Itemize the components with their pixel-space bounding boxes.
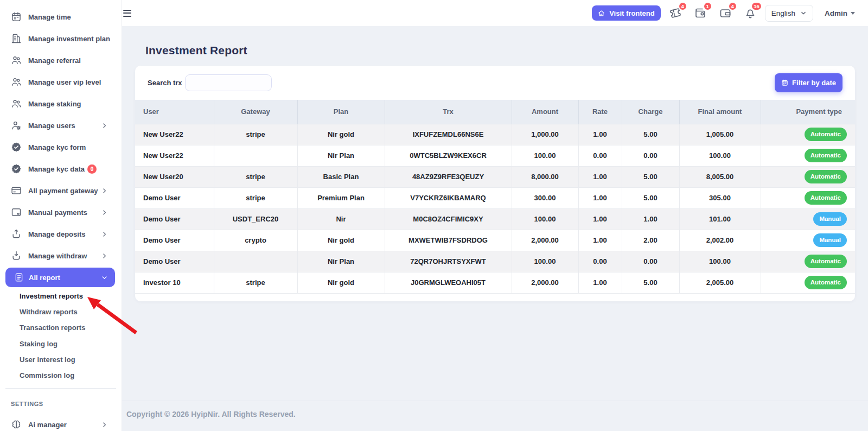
hamburger-menu-icon[interactable] <box>123 10 133 17</box>
sidebar-subitem-investment-reports[interactable]: Investment reports <box>0 288 122 304</box>
cell-trx: 72QR7OHJRTSYXFWT <box>385 251 512 272</box>
cell-rate: 1.00 <box>578 124 622 145</box>
sidebar-item-manage-deposits[interactable]: Manage deposits <box>0 223 122 245</box>
ticket-button[interactable]: 4 <box>669 7 682 20</box>
cell-payment-type: Automatic <box>761 166 855 187</box>
search-trx-label: Search trx <box>148 79 182 87</box>
cell-amount: 8,000.00 <box>512 166 578 187</box>
sidebar-item-manage-users[interactable]: Manage users <box>0 115 122 136</box>
cell-user: New User22 <box>135 145 214 166</box>
cell-user: New User20 <box>135 166 214 187</box>
cell-plan: Nir <box>297 208 385 230</box>
column-header-amount: Amount <box>512 100 578 124</box>
sidebar-subitem-withdraw-reports[interactable]: Withdraw reports <box>0 304 122 320</box>
table-row: Demo UserUSDT_ERC20NirM0C8OZ4CFIMIC9XY10… <box>135 208 855 230</box>
admin-menu[interactable]: Admin <box>825 9 855 17</box>
sidebar-subitem-transaction-reports[interactable]: Transaction reports <box>0 320 122 335</box>
caret-down-icon <box>851 12 855 15</box>
admin-label: Admin <box>825 9 847 17</box>
search-trx-input[interactable] <box>185 74 272 91</box>
cell-rate: 1.00 <box>578 230 622 251</box>
sidebar-item-manage-time[interactable]: Manage time <box>0 6 122 28</box>
subitem-label: Staking log <box>20 340 58 348</box>
sidebar-item-label: Manual payments <box>28 208 87 217</box>
sidebar-item-all-payment-gateway[interactable]: All payment gateway <box>0 180 122 201</box>
cell-trx: J0GRMGLWEOAHI05T <box>385 272 512 293</box>
column-header-gateway: Gateway <box>214 100 297 124</box>
table-row: New User20stripeBasic Plan48AZ9Z9RFE3QEU… <box>135 166 855 187</box>
cell-final-amount: 1,005.00 <box>679 124 761 145</box>
manual-payment-icon <box>11 207 22 218</box>
cell-amount: 100.00 <box>512 145 578 166</box>
cell-charge: 5.00 <box>622 166 679 187</box>
report-icon <box>14 272 24 282</box>
cell-payment-type: Automatic <box>761 251 855 272</box>
cell-user: Demo User <box>135 187 214 208</box>
sidebar-item-manage-investment-plan[interactable]: Manage investment plan <box>0 28 122 49</box>
sidebar-subitem-staking-log[interactable]: Staking log <box>0 336 122 352</box>
sidebar-item-manual-payments[interactable]: Manual payments <box>0 201 122 223</box>
sidebar-item-manage-kyc-form[interactable]: Manage kyc form <box>0 136 122 158</box>
payment-type-badge: Automatic <box>805 128 847 142</box>
cell-plan: Nir gold <box>297 230 385 251</box>
credit-card-icon <box>11 185 22 196</box>
kyc-count-badge: 0 <box>87 164 97 174</box>
cell-gateway: USDT_ERC20 <box>214 208 297 230</box>
cell-amount: 100.00 <box>512 251 578 272</box>
chevron-down-icon <box>800 10 807 16</box>
chev-right-icon <box>101 252 108 259</box>
table-row: Demo UsercryptoNir goldMXWETWIB7FSDRDOG2… <box>135 230 855 251</box>
sidebar-item-manage-staking[interactable]: Manage staking <box>0 93 122 115</box>
sidebar-item-manage-referral[interactable]: Manage referral <box>0 49 122 71</box>
cell-final-amount: 305.00 <box>679 187 761 208</box>
cell-gateway: crypto <box>214 230 297 251</box>
sidebar-item-label: Manage kyc data <box>28 165 85 173</box>
cell-user: Demo User <box>135 230 214 251</box>
cell-plan: Nir gold <box>297 124 385 145</box>
cell-payment-type: Automatic <box>761 124 855 145</box>
sidebar-item-all-report[interactable]: All report <box>5 268 115 287</box>
cell-charge: 0.00 <box>622 251 679 272</box>
notification-count-badge: 1 <box>703 2 712 11</box>
cell-rate: 1.00 <box>578 166 622 187</box>
sidebar-item-label: Manage staking <box>28 100 81 108</box>
bell-button[interactable]: 16 <box>744 7 757 20</box>
payment-type-badge: Automatic <box>805 255 847 269</box>
cell-amount: 1,000.00 <box>512 124 578 145</box>
visit-frontend-button[interactable]: Visit frontend <box>592 5 661 21</box>
sidebar-item-manage-withdraw[interactable]: Manage withdraw <box>0 245 122 267</box>
cell-plan: Nir Plan <box>297 145 385 166</box>
sidebar-item-manage-kyc-data[interactable]: Manage kyc data0 <box>0 158 122 180</box>
cell-payment-type: Automatic <box>761 187 855 208</box>
cell-user: New User22 <box>135 124 214 145</box>
topbar: Visit frontend 41416 English Admin <box>122 0 868 26</box>
sidebar-item-label: Manage referral <box>28 56 81 65</box>
cell-trx: V7YCKRZ6IKBAMARQ <box>385 187 512 208</box>
wallet-button[interactable]: 4 <box>719 7 732 20</box>
cell-rate: 1.00 <box>578 208 622 230</box>
sidebar-item-manage-user-vip-level[interactable]: Manage user vip level <box>0 71 122 93</box>
cell-charge: 5.00 <box>622 272 679 293</box>
table-row: investor 10stripeNir goldJ0GRMGLWEOAHI05… <box>135 272 855 293</box>
sidebar-subitem-commission-log[interactable]: Commission log <box>0 367 122 383</box>
calendar-icon <box>781 79 788 86</box>
cell-user: Demo User <box>135 208 214 230</box>
cell-plan: Basic Plan <box>297 166 385 187</box>
cell-final-amount: 2,002.00 <box>679 230 761 251</box>
report-submenu: Investment reportsWithdraw reportsTransa… <box>0 288 122 383</box>
user-gear-icon <box>11 120 22 131</box>
column-header-charge: Charge <box>622 100 679 124</box>
sidebar-item-ai-manager[interactable]: Ai manager <box>0 414 122 431</box>
topbar-icons: 41416 <box>669 7 757 20</box>
column-header-final-amount: Final amount <box>679 100 761 124</box>
filter-by-date-label: Filter by date <box>792 79 836 87</box>
payment-type-badge: Manual <box>813 233 847 248</box>
cell-final-amount: 101.00 <box>679 208 761 230</box>
filter-by-date-button[interactable]: Filter by date <box>775 73 843 92</box>
sidebar-subitem-user-interest-log[interactable]: User interest log <box>0 352 122 367</box>
users-icon <box>11 55 22 66</box>
sidebar-item-label: Manage time <box>28 13 71 21</box>
language-select[interactable]: English <box>765 5 813 22</box>
copyright-text: Copyright © 2026 HyipNir. All Rights Res… <box>126 410 296 419</box>
wallet-coin-button[interactable]: 1 <box>694 7 707 20</box>
